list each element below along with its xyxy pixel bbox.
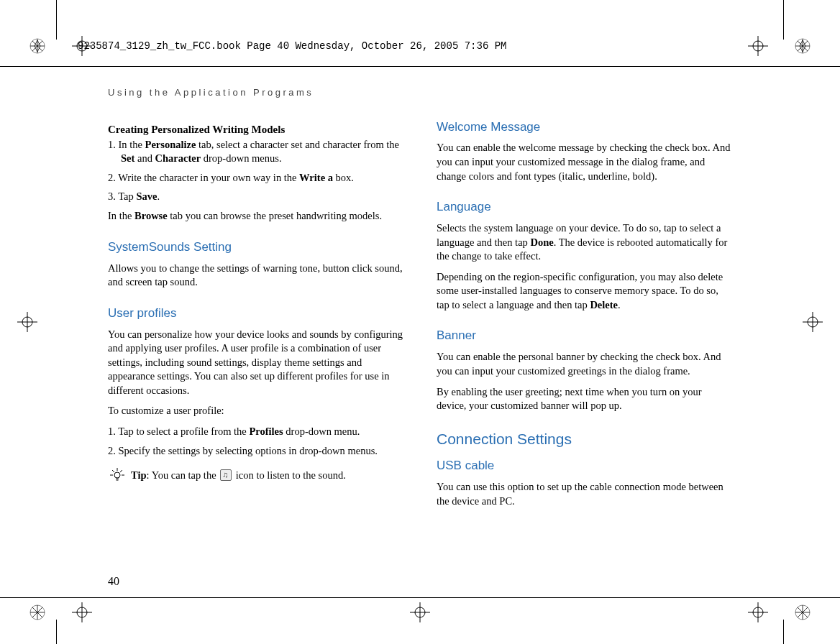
crop-line xyxy=(783,620,784,644)
profile-step-2: 2. Specify the settings by selecting opt… xyxy=(108,444,405,459)
left-column: Creating Personalized Writing Models 1. … xyxy=(108,119,405,515)
usb-body: You can use this option to set up the ca… xyxy=(437,480,734,508)
tip-row: Tip: You can tap the icon to listen to t… xyxy=(108,468,405,484)
heading-usb-cable: USB cable xyxy=(437,458,734,474)
lightbulb-tip-icon xyxy=(108,468,127,484)
crosshair-icon xyxy=(17,312,37,332)
crop-line xyxy=(0,66,840,67)
svg-point-49 xyxy=(114,472,120,478)
heading-systemsounds: SystemSounds Setting xyxy=(108,239,405,256)
crop-line xyxy=(56,620,57,644)
language-p1: Selects the system language on your devi… xyxy=(437,221,734,264)
heading-user-profiles: User profiles xyxy=(108,305,405,322)
right-column: Welcome Message You can enable the welco… xyxy=(437,119,734,515)
systemsounds-body: Allows you to change the settings of war… xyxy=(108,262,405,290)
heading-welcome: Welcome Message xyxy=(437,119,734,136)
step-3: 3. Tap Save. xyxy=(108,190,405,204)
tip-text: Tip: You can tap the icon to listen to t… xyxy=(131,469,346,483)
crop-line xyxy=(0,597,840,598)
heading-banner: Banner xyxy=(437,328,734,344)
profiles-body: You can personalize how your device look… xyxy=(108,328,405,398)
registration-mark-icon xyxy=(794,604,811,621)
crosshair-icon xyxy=(803,312,823,332)
language-p2: Depending on the region-specific configu… xyxy=(437,270,734,313)
heading-writing-models: Creating Personalized Writing Models xyxy=(108,122,405,137)
crosshair-icon xyxy=(748,602,768,622)
heading-language: Language xyxy=(437,199,734,216)
svg-line-54 xyxy=(120,470,122,472)
banner-p2: By enabling the user greeting; next time… xyxy=(437,385,734,413)
profiles-intro: To customize a user profile: xyxy=(108,404,405,418)
page-number: 40 xyxy=(108,575,119,588)
welcome-body: You can enable the welcome message by ch… xyxy=(437,141,734,183)
music-icon xyxy=(220,469,232,481)
browse-note: In the Browse tab you can browse the pre… xyxy=(108,209,405,224)
step-2: 2. Write the character in your own way i… xyxy=(108,171,405,185)
crosshair-icon xyxy=(72,602,92,622)
running-header: Using the Application Programs xyxy=(108,86,734,99)
framemaker-info: 9235874_3129_zh_tw_FCC.book Page 40 Wedn… xyxy=(36,36,804,56)
framemaker-text: 9235874_3129_zh_tw_FCC.book Page 40 Wedn… xyxy=(78,40,507,52)
registration-mark-icon xyxy=(29,604,46,621)
crop-line xyxy=(783,0,784,40)
svg-line-53 xyxy=(112,470,114,472)
heading-connection-settings: Connection Settings xyxy=(437,429,734,449)
profile-step-1: 1. Tap to select a profile from the Prof… xyxy=(108,425,405,439)
crop-line xyxy=(56,0,57,40)
banner-p1: You can enable the personal banner by ch… xyxy=(437,350,734,378)
step-1: 1. In the Personalize tab, select a char… xyxy=(108,138,405,166)
page-content: Using the Application Programs Creating … xyxy=(108,86,734,515)
crosshair-icon xyxy=(410,602,430,622)
